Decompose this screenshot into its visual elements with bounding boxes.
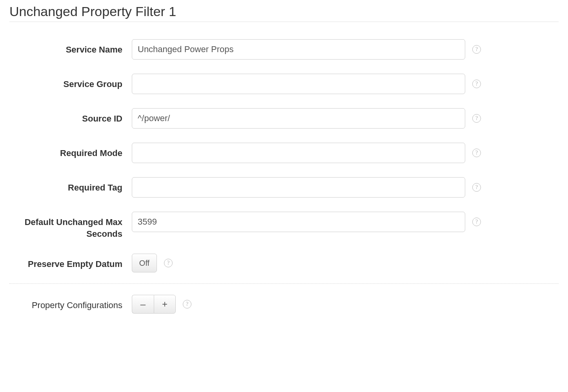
- input-service-group[interactable]: [132, 74, 465, 94]
- input-required-tag[interactable]: [132, 177, 465, 198]
- label-preserve-empty-datum: Preserve Empty Datum: [9, 254, 132, 270]
- row-property-configurations: Property Configurations – + ?: [9, 295, 559, 314]
- row-service-name: Service Name ?: [9, 39, 559, 60]
- label-required-mode: Required Mode: [9, 143, 132, 159]
- row-preserve-empty-datum: Preserve Empty Datum Off ?: [9, 254, 559, 272]
- row-source-id: Source ID ?: [9, 108, 559, 129]
- input-service-name[interactable]: [132, 39, 465, 60]
- help-icon[interactable]: ?: [472, 80, 481, 88]
- label-property-configurations: Property Configurations: [9, 295, 132, 311]
- help-icon[interactable]: ?: [472, 183, 481, 192]
- input-required-mode[interactable]: [132, 143, 465, 163]
- add-property-configuration-button[interactable]: +: [154, 295, 176, 314]
- label-required-tag: Required Tag: [9, 177, 132, 194]
- section-title: Unchanged Property Filter 1: [9, 4, 559, 19]
- input-source-id[interactable]: [132, 108, 465, 129]
- help-icon[interactable]: ?: [472, 114, 481, 123]
- help-icon[interactable]: ?: [472, 149, 481, 157]
- input-default-unchanged-max-seconds[interactable]: [132, 212, 465, 232]
- help-icon[interactable]: ?: [472, 45, 481, 54]
- row-required-tag: Required Tag ?: [9, 177, 559, 198]
- help-icon[interactable]: ?: [183, 300, 191, 309]
- row-required-mode: Required Mode ?: [9, 143, 559, 163]
- row-service-group: Service Group ?: [9, 74, 559, 94]
- dotted-rule: [9, 283, 559, 284]
- label-service-group: Service Group: [9, 74, 132, 90]
- label-service-name: Service Name: [9, 39, 132, 56]
- help-icon[interactable]: ?: [472, 218, 481, 226]
- remove-property-configuration-button[interactable]: –: [132, 295, 154, 314]
- row-default-unchanged-max-seconds: Default Unchanged Max Seconds ?: [9, 212, 559, 240]
- property-configurations-buttons: – +: [132, 295, 176, 314]
- header-rule: [9, 22, 559, 22]
- label-default-unchanged-max-seconds: Default Unchanged Max Seconds: [9, 212, 132, 240]
- help-icon[interactable]: ?: [164, 259, 173, 267]
- toggle-preserve-empty-datum[interactable]: Off: [132, 254, 157, 272]
- label-source-id: Source ID: [9, 108, 132, 125]
